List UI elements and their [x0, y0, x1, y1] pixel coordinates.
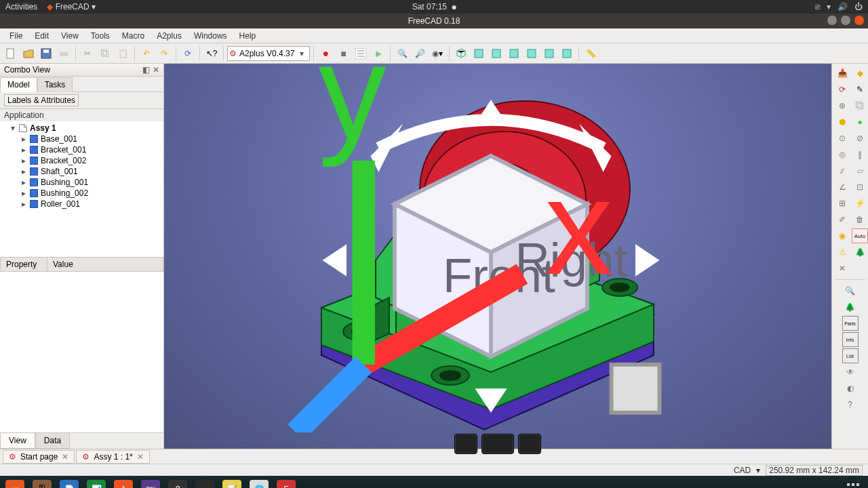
tab-assy[interactable]: ⚙ Assy 1 : 1* ✕ — [76, 450, 149, 464]
property-panel — [0, 272, 163, 432]
writer-icon[interactable]: 📄 — [60, 480, 79, 488]
menu-windows[interactable]: Windows — [189, 30, 233, 42]
a2p-angled-button[interactable]: ∠ — [834, 180, 850, 195]
a2p-isolate-button[interactable]: 👁 — [842, 365, 859, 380]
close-icon[interactable]: ✕ — [137, 452, 144, 462]
labels-attributes-header[interactable]: Labels & Attributes — [4, 94, 79, 106]
firefox-icon[interactable]: 🦊 — [5, 480, 24, 488]
right-toolbar: 📥 ◆ ⟳ ✎ ⊕ ⿻ ⬢ ● ⊙ ⊘ ◎ ‖ ⫽ ▱ ∠ ⊡ ⊞ ⚡ ✐ 🗑 … — [831, 64, 868, 449]
a2p-axial-button[interactable]: ‖ — [852, 147, 868, 162]
a2p-tree2-button[interactable]: 🌲 — [842, 300, 859, 314]
maximize-button[interactable] — [841, 16, 850, 25]
dock-float-icon[interactable]: ◧ — [142, 65, 150, 75]
nav-mode[interactable]: CAD — [734, 466, 751, 475]
menu-view[interactable]: View — [56, 30, 84, 42]
close-icon[interactable]: ✕ — [62, 452, 68, 462]
menu-tools[interactable]: Tools — [85, 30, 115, 42]
a2p-update-button[interactable]: ⟳ — [834, 82, 850, 97]
screencast-icon[interactable]: ⎚ — [815, 2, 820, 12]
a2p-edit2-button[interactable]: ✐ — [834, 212, 850, 227]
tree-item[interactable]: Bushing_001 — [41, 178, 88, 187]
a2p-tree-button[interactable]: 🌲 — [852, 245, 868, 260]
calc-icon[interactable]: 📊 — [87, 480, 106, 488]
value-col[interactable]: Value — [47, 258, 163, 272]
a2p-point-button[interactable]: ● — [852, 115, 868, 129]
property-col[interactable]: Property — [0, 258, 47, 272]
menu-a2plus[interactable]: A2plus — [151, 30, 187, 42]
tree-item[interactable]: Bracket_002 — [41, 156, 86, 165]
tree-root[interactable]: Assy 1 — [30, 123, 56, 133]
help-icon[interactable]: ? — [168, 480, 187, 488]
tree-item[interactable]: Shaft_001 — [41, 167, 78, 176]
tree-item[interactable]: Bracket_001 — [41, 145, 86, 155]
a2p-pointplane-button[interactable]: ⊙ — [834, 131, 850, 146]
copy-button[interactable]: ⿻ — [97, 45, 113, 62]
tab-start-page[interactable]: ⚙ Start page ✕ — [3, 450, 75, 464]
globe-icon[interactable]: 🌐 — [250, 480, 269, 488]
a2p-edit-button[interactable]: ✎ — [852, 82, 868, 97]
files-icon[interactable]: 🗄 — [33, 480, 52, 488]
paste-button[interactable]: 📋 — [115, 45, 131, 62]
network-icon[interactable]: ▾ — [827, 2, 831, 12]
a2p-transparency-button[interactable]: ◐ — [842, 381, 859, 396]
minimize-button[interactable] — [827, 16, 837, 25]
document-icon — [19, 124, 27, 132]
a2p-warn-button[interactable]: ⚠ — [834, 245, 850, 260]
menu-edit[interactable]: Edit — [29, 30, 54, 42]
a2p-convert-button[interactable]: ⬢ — [834, 115, 850, 129]
a2p-partslist-button[interactable]: Parts — [842, 316, 859, 331]
freecad-dock-icon[interactable]: F — [277, 480, 296, 488]
close-button[interactable] — [854, 16, 864, 25]
a2p-import-button[interactable]: 📥 — [834, 66, 850, 81]
app-menu[interactable]: ◆ FreeCAD ▾ — [47, 2, 96, 12]
a2p-shape-button[interactable]: ◆ — [852, 66, 868, 81]
notes-icon[interactable]: 📝 — [222, 480, 241, 488]
new-button[interactable] — [3, 45, 19, 62]
software-icon[interactable]: A — [114, 480, 133, 488]
model-tree[interactable]: ▾Assy 1 ▸Base_001 ▸Bracket_001 ▸Bracket_… — [0, 121, 163, 257]
a2p-bom-button[interactable]: List — [842, 348, 859, 363]
tree-item[interactable]: Bushing_002 — [41, 188, 88, 198]
a2p-flip-button[interactable]: ✕ — [834, 261, 850, 276]
a2p-move-button[interactable]: ⊕ — [834, 98, 850, 113]
a2p-coincident-button[interactable]: ⊡ — [852, 180, 868, 195]
volume-icon[interactable]: 🔊 — [837, 2, 848, 12]
menu-file[interactable]: File — [4, 30, 28, 42]
a2p-plane-button[interactable]: ▱ — [852, 163, 868, 178]
tree-item[interactable]: Base_001 — [41, 134, 77, 144]
tab-model[interactable]: Model — [0, 77, 37, 92]
cut-button[interactable]: ✂ — [79, 45, 96, 62]
a2p-parallel-button[interactable]: ⫽ — [834, 163, 850, 178]
a2p-help-button[interactable]: ? — [842, 397, 859, 412]
a2p-dup-button[interactable]: ⿻ — [852, 98, 868, 113]
screenshot-icon[interactable]: 📷 — [141, 480, 160, 488]
undo-button[interactable]: ↶ — [138, 45, 155, 62]
a2p-cm-button[interactable]: ⊞ — [834, 196, 850, 211]
open-button[interactable] — [20, 45, 37, 62]
show-applications-button[interactable] — [844, 480, 863, 488]
tab-data[interactable]: Data — [35, 433, 70, 449]
3d-viewport[interactable]: Front Right x y — [164, 64, 831, 449]
a2p-delete-button[interactable]: 🗑 — [852, 212, 868, 227]
a2p-solve-button[interactable]: ⚡ — [852, 196, 868, 211]
save-button[interactable] — [38, 45, 54, 62]
nav-mode-drop[interactable]: ▾ — [756, 466, 760, 475]
a2p-pointline-button[interactable]: ⊘ — [852, 131, 868, 146]
terminal-icon[interactable]: ▸_ — [195, 480, 214, 488]
window-title: FreeCAD 0.18 — [408, 16, 460, 26]
a2p-show-button[interactable]: ◉ — [834, 228, 850, 243]
a2p-dof-button[interactable]: 🔍 — [842, 283, 859, 298]
menu-help[interactable]: Help — [234, 30, 262, 42]
activities[interactable]: Activities — [5, 2, 37, 12]
application-label: Application — [0, 109, 163, 121]
a2p-circular-button[interactable]: ◎ — [834, 147, 850, 162]
tab-tasks[interactable]: Tasks — [37, 77, 73, 92]
menu-macro[interactable]: Macro — [117, 30, 150, 42]
power-icon[interactable]: ⏻ — [854, 2, 863, 12]
a2p-autosolve-button[interactable]: Auto — [852, 228, 868, 243]
tree-item[interactable]: Roller_001 — [41, 199, 80, 209]
print-button[interactable] — [56, 45, 72, 62]
svg-line-38 — [363, 274, 522, 365]
a2p-partsinfo-button[interactable]: Info — [842, 332, 859, 347]
tab-view[interactable]: View — [0, 433, 35, 449]
